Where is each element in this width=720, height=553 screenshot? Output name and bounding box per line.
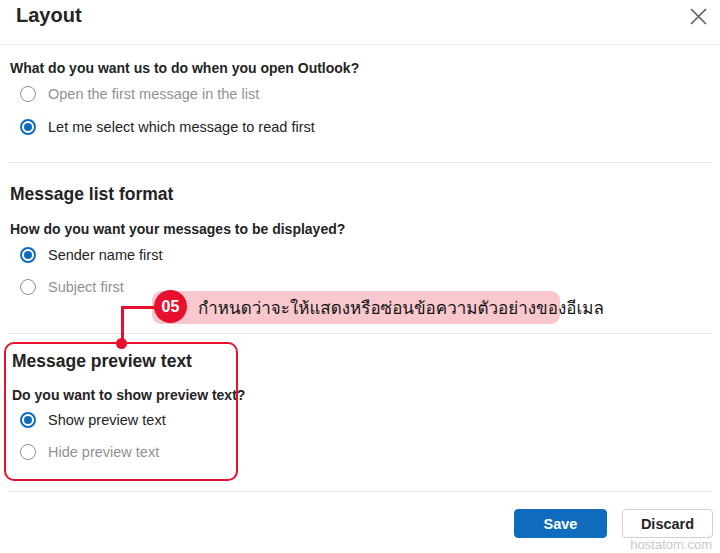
radio-label: Subject first	[48, 279, 124, 295]
radio-sender-name-first[interactable]: Sender name first	[20, 247, 162, 263]
watermark: hostatom.com	[630, 537, 712, 552]
layout-settings-dialog: { "dialog": { "title": "Layout" }, "sect…	[0, 0, 720, 553]
radio-icon[interactable]	[20, 86, 36, 102]
radio-icon[interactable]	[20, 247, 36, 263]
close-icon	[689, 7, 708, 29]
divider	[8, 333, 712, 334]
annotation-step-badge: 05	[154, 290, 187, 323]
annotation-highlight-box	[4, 342, 238, 481]
annotation-connector-horizontal	[122, 306, 156, 309]
radio-label: Let me select which message to read firs…	[48, 119, 315, 135]
message-list-format-question: How do you want your messages to be disp…	[10, 221, 345, 237]
radio-open-first-message[interactable]: Open the first message in the list	[20, 86, 259, 102]
radio-let-me-select[interactable]: Let me select which message to read firs…	[20, 119, 315, 135]
radio-icon[interactable]	[20, 119, 36, 135]
discard-button[interactable]: Discard	[622, 509, 713, 538]
page-title: Layout	[16, 4, 82, 27]
divider	[0, 44, 720, 45]
divider	[8, 491, 712, 492]
annotation-bubble: กำหนดว่าจะให้แสดงหรือซ่อนข้อความตัวอย่าง…	[152, 291, 560, 324]
radio-subject-first[interactable]: Subject first	[20, 279, 124, 295]
annotation-connector-dot	[116, 338, 127, 349]
annotation-text: กำหนดว่าจะให้แสดงหรือซ่อนข้อความตัวอย่าง…	[198, 294, 604, 321]
radio-label: Open the first message in the list	[48, 86, 259, 102]
divider	[8, 162, 712, 163]
radio-label: Sender name first	[48, 247, 162, 263]
radio-icon[interactable]	[20, 279, 36, 295]
message-list-format-heading: Message list format	[10, 184, 173, 205]
save-button[interactable]: Save	[514, 509, 607, 538]
close-button[interactable]	[684, 4, 712, 32]
open-outlook-question: What do you want us to do when you open …	[10, 60, 359, 76]
